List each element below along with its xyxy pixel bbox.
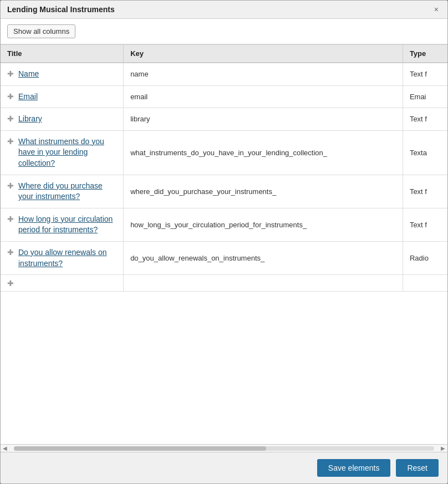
scroll-right-arrow[interactable]: ▶	[439, 445, 447, 451]
key-cell-name: name	[124, 63, 403, 85]
drag-handle[interactable]: ✚	[7, 114, 14, 123]
title-cell-do-you-allow: ✚ Do you allow renewals on instruments?	[1, 241, 124, 274]
type-cell-where-purchase: Text f	[403, 175, 447, 208]
col-header-title: Title	[1, 45, 124, 63]
title-cell-name: ✚ Name	[1, 63, 124, 85]
show-all-columns-button[interactable]: Show all columns	[7, 24, 75, 38]
drag-handle[interactable]: ✚	[7, 181, 14, 190]
drag-handle[interactable]: ✚	[7, 92, 14, 101]
type-cell-library: Text f	[403, 108, 447, 131]
table-row: ✚ How long is your circulation period fo…	[1, 208, 447, 241]
key-cell-how-long: how_long_is_your_circulation_period_for_…	[124, 208, 403, 241]
table-container[interactable]: Title Key Type ✚ Name nameText f ✚	[1, 44, 447, 444]
columns-table: Title Key Type ✚ Name nameText f ✚	[1, 45, 447, 292]
field-title-link-library[interactable]: Library	[18, 114, 42, 125]
field-title-link-name[interactable]: Name	[18, 69, 39, 80]
h-scrollbar-track	[14, 446, 434, 451]
scroll-left-arrow[interactable]: ◀	[1, 445, 9, 451]
dialog-footer: Save elements Reset	[1, 452, 447, 483]
field-title-link-where-purchase[interactable]: Where did you purchase your instruments?	[18, 181, 116, 202]
key-cell-do-you-allow: do_you_allow_renewals_on_instruments_	[124, 241, 403, 274]
table-row-partial: ✚	[1, 275, 447, 292]
col-header-type: Type	[403, 45, 447, 63]
dialog-title: Lending Musical Instruments	[7, 5, 115, 14]
dialog-header: Lending Musical Instruments ×	[1, 1, 447, 19]
table-row: ✚ What instruments do you have in your l…	[1, 130, 447, 175]
dialog-toolbar: Show all columns	[1, 19, 447, 44]
title-cell-where-purchase: ✚ Where did you purchase your instrument…	[1, 175, 124, 208]
partial-title-cell: ✚	[1, 275, 124, 292]
drag-handle[interactable]: ✚	[7, 215, 14, 223]
field-title-link-what-instruments[interactable]: What instruments do you have in your len…	[18, 136, 116, 169]
title-cell-email: ✚ Email	[1, 85, 124, 108]
title-cell-library: ✚ Library	[1, 108, 124, 131]
save-elements-button[interactable]: Save elements	[317, 459, 391, 477]
key-cell-where-purchase: where_did_you_purchase_your_instruments_	[124, 175, 403, 208]
table-row: ✚ Where did you purchase your instrument…	[1, 175, 447, 208]
type-cell-email: Emai	[403, 85, 447, 108]
close-button[interactable]: ×	[432, 5, 441, 14]
table-row: ✚ Email emailEmai	[1, 85, 447, 108]
key-cell-what-instruments: what_instruments_do_you_have_in_your_len…	[124, 130, 403, 175]
table-row: ✚ Name nameText f	[1, 63, 447, 85]
table-row: ✚ Do you allow renewals on instruments? …	[1, 241, 447, 274]
drag-handle[interactable]: ✚	[7, 137, 14, 146]
horizontal-scrollbar[interactable]: ◀ ▶	[1, 444, 447, 452]
table-row: ✚ Library libraryText f	[1, 108, 447, 131]
partial-type-cell	[403, 275, 447, 292]
partial-key-cell	[124, 275, 403, 292]
table-header-row: Title Key Type	[1, 45, 447, 63]
drag-handle[interactable]: ✚	[7, 69, 14, 78]
type-cell-how-long: Text f	[403, 208, 447, 241]
drag-handle[interactable]: ✚	[7, 248, 14, 257]
type-cell-name: Text f	[403, 63, 447, 85]
field-title-link-how-long[interactable]: How long is your circulation period for …	[18, 214, 116, 236]
title-cell-how-long: ✚ How long is your circulation period fo…	[1, 208, 124, 241]
col-header-key: Key	[124, 45, 403, 63]
dialog: Lending Musical Instruments × Show all c…	[0, 0, 448, 484]
key-cell-library: library	[124, 108, 403, 131]
field-title-link-do-you-allow[interactable]: Do you allow renewals on instruments?	[18, 247, 116, 269]
type-cell-do-you-allow: Radio	[403, 241, 447, 274]
h-scrollbar-thumb	[14, 446, 266, 451]
field-title-link-email[interactable]: Email	[18, 91, 38, 103]
reset-button[interactable]: Reset	[396, 459, 439, 477]
title-cell-what-instruments: ✚ What instruments do you have in your l…	[1, 130, 124, 175]
type-cell-what-instruments: Texta	[403, 130, 447, 175]
key-cell-email: email	[124, 85, 403, 108]
drag-handle[interactable]: ✚	[7, 279, 14, 288]
